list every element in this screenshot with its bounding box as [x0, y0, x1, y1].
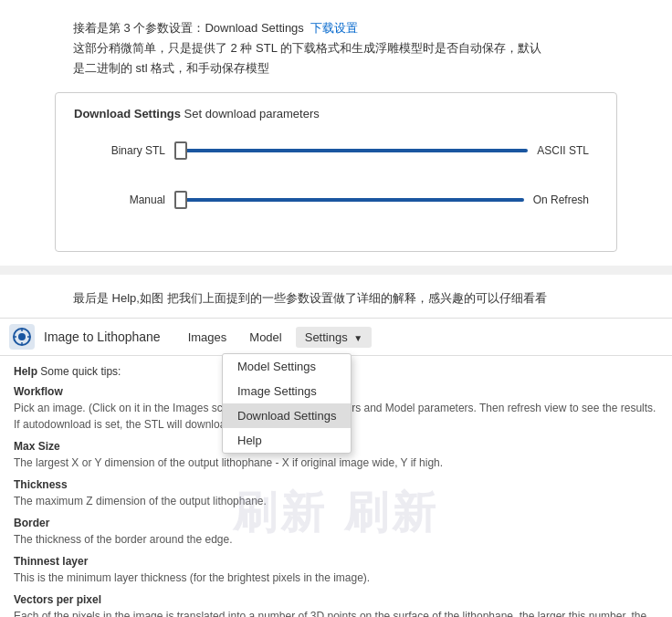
top-description: 接着是第 3 个参数设置：Download Settings 下载设置 这部分稍… [0, 0, 672, 92]
nav-model[interactable]: Model [240, 327, 290, 348]
on-refresh-label: On Refresh [533, 193, 589, 206]
dropdown-download-settings[interactable]: Download Settings [223, 403, 351, 428]
help-desc-text: 最后是 Help,如图 把我们上面提到的一些参数设置做了详细的解释，感兴趣的可以… [73, 291, 547, 305]
border-title: Border [14, 517, 658, 529]
help-label: Help [14, 365, 37, 378]
vectors-body: Each of the pixels in the image is trans… [14, 608, 658, 617]
help-thinnest-section: Thinnest layer This is the minimum layer… [14, 555, 658, 586]
settings-dropdown: Model Settings Image Settings Download S… [222, 353, 352, 454]
vectors-title: Vectors per pixel [14, 593, 658, 606]
dropdown-help[interactable]: Help [223, 428, 351, 453]
app-title: Image to Lithophane [44, 329, 161, 344]
help-border-section: Border The thickness of the border aroun… [14, 517, 658, 548]
binary-stl-row: Binary STL ASCII STL [74, 134, 598, 167]
highlight-text: 下载设置 [310, 21, 358, 35]
nav-links: Images Model Settings ▼ [179, 327, 373, 348]
border-body: The thickness of the border around the e… [14, 531, 658, 548]
thickness-body: The maximum Z dimension of the output li… [14, 493, 658, 509]
nav-images[interactable]: Images [179, 327, 236, 348]
desc-line2: 这部分稍微简单，只是提供了 2 种 STL 的下载格式和生成浮雕模型时是否自动保… [73, 38, 599, 58]
nav-settings-label: Settings [305, 330, 348, 344]
help-intro-text: Some quick tips: [40, 365, 121, 378]
help-thickness-section: Thickness The maximum Z dimension of the… [14, 478, 658, 509]
ascii-stl-label: ASCII STL [537, 144, 589, 157]
panel-title-bold: Download Settings [74, 107, 181, 120]
help-vectors-section: Vectors per pixel Each of the pixels in … [14, 593, 658, 617]
desc-line3: 是二进制的 stl 格式，和手动保存模型 [73, 58, 599, 78]
thinnest-title: Thinnest layer [14, 555, 658, 568]
binary-stl-slider[interactable] [174, 141, 528, 160]
panel-title-rest: Set download parameters [181, 107, 320, 120]
chevron-down-icon: ▼ [353, 333, 362, 343]
app-logo [9, 324, 35, 350]
dropdown-model-settings[interactable]: Model Settings [223, 354, 351, 379]
nav-settings[interactable]: Settings ▼ [296, 327, 373, 348]
slider-track-1 [174, 149, 528, 152]
maxsize-body: The largest X or Y dimension of the outp… [14, 455, 658, 471]
manual-label: Manual [83, 193, 165, 206]
dropdown-image-settings[interactable]: Image Settings [223, 379, 351, 403]
manual-slider[interactable] [174, 191, 524, 209]
manual-row: Manual On Refresh [74, 183, 598, 216]
help-description: 最后是 Help,如图 把我们上面提到的一些参数设置做了详细的解释，感兴趣的可以… [0, 279, 672, 318]
thinnest-body: This is the minimum layer thickness (for… [14, 570, 658, 586]
svg-point-2 [18, 333, 26, 340]
slider-thumb-2[interactable] [174, 191, 187, 209]
thickness-title: Thickness [14, 478, 658, 491]
download-settings-panel: Download Settings Set download parameter… [55, 92, 617, 252]
slider-track-2 [174, 198, 524, 202]
slider-thumb-1[interactable] [174, 141, 187, 160]
binary-stl-label: Binary STL [83, 144, 165, 157]
panel-title: Download Settings Set download parameter… [74, 107, 598, 120]
section-separator [0, 266, 672, 275]
app-bar: Image to Lithophane Images Model Setting… [0, 318, 672, 356]
desc-line1: 接着是第 3 个参数设置：Download Settings 下载设置 [73, 18, 599, 38]
